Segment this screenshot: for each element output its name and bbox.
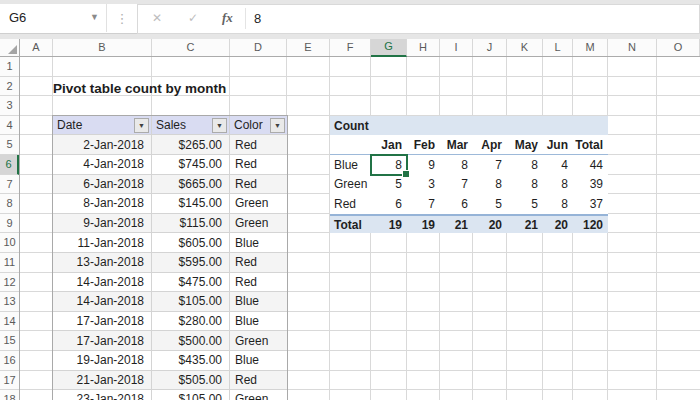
cell-B13[interactable]: 14-Jan-2018 — [53, 292, 152, 312]
cell-C10[interactable]: $605.00 — [152, 233, 230, 253]
select-all-button[interactable] — [0, 39, 20, 57]
source-table-header-color[interactable]: Color▼ — [230, 116, 287, 136]
pivot-month-header-may[interactable]: May — [507, 135, 543, 154]
pivot-month-header-total[interactable]: Total — [573, 135, 608, 154]
row-header-16[interactable]: 16 — [0, 351, 19, 371]
formula-bar[interactable]: ✕ ✓ fx 8 — [137, 4, 700, 34]
cell-D10[interactable]: Blue — [230, 233, 287, 253]
cell-F7[interactable]: Green — [330, 175, 371, 195]
source-table-header-date[interactable]: Date▼ — [53, 116, 152, 136]
cell-F4-count-label[interactable]: Count — [330, 116, 608, 136]
cell-M7[interactable]: 39 — [573, 175, 608, 195]
pivot-month-header-jun[interactable]: Jun — [543, 135, 573, 154]
cell-C9[interactable]: $115.00 — [152, 214, 230, 234]
cell-F5[interactable] — [330, 135, 371, 154]
cell-I8[interactable]: 6 — [440, 194, 473, 214]
column-header-M[interactable]: M — [573, 39, 608, 56]
cell-F6[interactable]: Blue — [330, 155, 371, 175]
cell-L8[interactable]: 8 — [543, 194, 573, 214]
cell-C8[interactable]: $145.00 — [152, 194, 230, 214]
cell-D14[interactable]: Blue — [230, 312, 287, 332]
cell-D6[interactable]: Red — [230, 155, 287, 175]
cell-F9[interactable]: Total — [330, 216, 371, 234]
row-header-18[interactable]: 18 — [0, 390, 19, 400]
column-header-D[interactable]: D — [230, 39, 287, 56]
row-header-1[interactable]: 1 — [0, 57, 19, 77]
sheet-title[interactable]: Pivot table count by month — [53, 79, 226, 99]
cell-L9[interactable]: 20 — [543, 216, 573, 234]
cell-B8[interactable]: 8-Jan-2018 — [53, 194, 152, 214]
cell-M9[interactable]: 120 — [573, 216, 608, 234]
row-header-9[interactable]: 9 — [0, 214, 19, 234]
cell-D12[interactable]: Red — [230, 273, 287, 293]
cell-J9[interactable]: 20 — [473, 216, 507, 234]
cell-B6[interactable]: 4-Jan-2018 — [53, 155, 152, 175]
column-header-B[interactable]: B — [53, 39, 152, 56]
cell-G9[interactable]: 19 — [371, 216, 407, 234]
cell-B9[interactable]: 9-Jan-2018 — [53, 214, 152, 234]
cell-I7[interactable]: 7 — [440, 175, 473, 195]
column-header-H[interactable]: H — [407, 39, 440, 56]
cell-D17[interactable]: Red — [230, 371, 287, 391]
name-box[interactable]: G6 ▼ — [0, 4, 107, 32]
cell-B10[interactable]: 11-Jan-2018 — [53, 233, 152, 253]
column-header-L[interactable]: L — [543, 39, 573, 56]
filter-button-date[interactable]: ▼ — [134, 118, 149, 133]
formula-input[interactable]: 8 — [254, 11, 261, 26]
name-box-dropdown-icon[interactable]: ▼ — [90, 12, 99, 22]
filter-button-color[interactable]: ▼ — [270, 118, 285, 133]
cell-C18[interactable]: $105.00 — [152, 390, 230, 400]
cell-L7[interactable]: 8 — [543, 175, 573, 195]
insert-function-icon[interactable]: fx — [222, 10, 233, 26]
cancel-icon[interactable]: ✕ — [152, 11, 162, 25]
cell-C12[interactable]: $475.00 — [152, 273, 230, 293]
cell-D15[interactable]: Green — [230, 331, 287, 351]
cell-B15[interactable]: 17-Jan-2018 — [53, 331, 152, 351]
fill-handle[interactable] — [402, 170, 410, 178]
pivot-month-header-apr[interactable]: Apr — [473, 135, 507, 154]
cell-K6[interactable]: 8 — [507, 155, 543, 175]
cell-H9[interactable]: 19 — [407, 216, 440, 234]
source-data-table[interactable]: Date▼Sales▼Color▼2-Jan-2018$265.00Red4-J… — [52, 115, 288, 400]
cell-C6[interactable]: $745.00 — [152, 155, 230, 175]
cell-B11[interactable]: 13-Jan-2018 — [53, 253, 152, 273]
cell-H8[interactable]: 7 — [407, 194, 440, 214]
cell-D5[interactable]: Red — [230, 135, 287, 155]
cell-H6[interactable]: 9 — [407, 155, 440, 175]
column-header-O[interactable]: O — [657, 39, 700, 56]
column-header-K[interactable]: K — [507, 39, 543, 56]
cell-B18[interactable]: 23-Jan-2018 — [53, 390, 152, 400]
cell-I6[interactable]: 8 — [440, 155, 473, 175]
row-header-5[interactable]: 5 — [0, 135, 19, 155]
cell-C5[interactable]: $265.00 — [152, 135, 230, 155]
column-header-E[interactable]: E — [287, 39, 330, 56]
row-header-11[interactable]: 11 — [0, 253, 19, 273]
cell-G8[interactable]: 6 — [371, 194, 407, 214]
cell-B12[interactable]: 14-Jan-2018 — [53, 273, 152, 293]
row-header-12[interactable]: 12 — [0, 273, 19, 293]
cell-C11[interactable]: $595.00 — [152, 253, 230, 273]
cell-D11[interactable]: Red — [230, 253, 287, 273]
sheet-grid[interactable]: Pivot table count by monthDate▼Sales▼Col… — [20, 57, 700, 400]
cell-J6[interactable]: 7 — [473, 155, 507, 175]
column-header-A[interactable]: A — [20, 39, 53, 56]
cell-C14[interactable]: $280.00 — [152, 312, 230, 332]
row-header-8[interactable]: 8 — [0, 194, 19, 214]
cell-J7[interactable]: 8 — [473, 175, 507, 195]
pivot-month-header-mar[interactable]: Mar — [440, 135, 473, 154]
cell-B5[interactable]: 2-Jan-2018 — [53, 135, 152, 155]
column-header-J[interactable]: J — [473, 39, 507, 56]
row-header-13[interactable]: 13 — [0, 292, 19, 312]
cell-D13[interactable]: Blue — [230, 292, 287, 312]
row-header-15[interactable]: 15 — [0, 331, 19, 351]
cell-B7[interactable]: 6-Jan-2018 — [53, 175, 152, 195]
cell-F8[interactable]: Red — [330, 194, 371, 214]
column-header-G[interactable]: G — [371, 39, 407, 57]
cell-B16[interactable]: 19-Jan-2018 — [53, 351, 152, 371]
cell-B17[interactable]: 21-Jan-2018 — [53, 371, 152, 391]
pivot-month-header-jan[interactable]: Jan — [371, 135, 407, 154]
cell-C17[interactable]: $505.00 — [152, 371, 230, 391]
cell-K7[interactable]: 8 — [507, 175, 543, 195]
cell-J8[interactable]: 5 — [473, 194, 507, 214]
cell-D9[interactable]: Green — [230, 214, 287, 234]
